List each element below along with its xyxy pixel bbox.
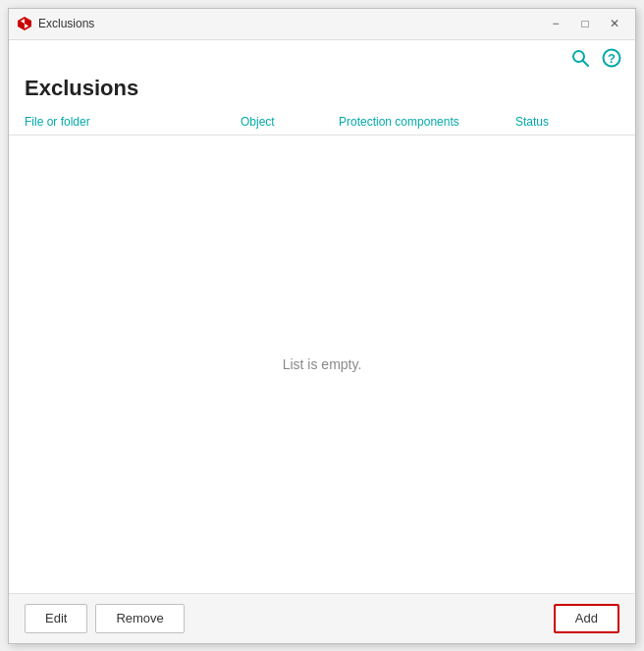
window-title: Exclusions — [38, 17, 543, 30]
app-icon — [17, 16, 32, 31]
page-title: Exclusions — [9, 76, 635, 111]
maximize-button[interactable]: □ — [572, 14, 598, 33]
title-bar: Exclusions − □ ✕ — [9, 9, 635, 40]
footer: Edit Remove Add — [9, 593, 635, 643]
svg-text:?: ? — [608, 51, 616, 66]
column-header-file-or-folder[interactable]: File or folder — [25, 115, 241, 129]
column-header-object[interactable]: Object — [241, 115, 339, 129]
empty-message: List is empty. — [283, 356, 362, 372]
add-button[interactable]: Add — [554, 604, 619, 633]
window-controls: − □ ✕ — [543, 14, 627, 33]
content-area: List is empty. — [9, 136, 635, 593]
close-button[interactable]: ✕ — [602, 14, 627, 33]
column-header-status[interactable]: Status — [515, 115, 594, 129]
search-icon[interactable] — [568, 46, 592, 70]
svg-line-4 — [583, 60, 589, 66]
column-header-protection-components[interactable]: Protection components — [339, 115, 515, 129]
minimize-button[interactable]: − — [543, 14, 568, 33]
toolbar: ? — [9, 40, 635, 76]
help-icon[interactable]: ? — [600, 46, 623, 70]
table-header: File or folder Object Protection compone… — [9, 111, 635, 136]
edit-button[interactable]: Edit — [25, 604, 87, 633]
exclusions-window: Exclusions − □ ✕ ? Exclusions File or fo… — [8, 8, 636, 644]
remove-button[interactable]: Remove — [95, 604, 184, 633]
